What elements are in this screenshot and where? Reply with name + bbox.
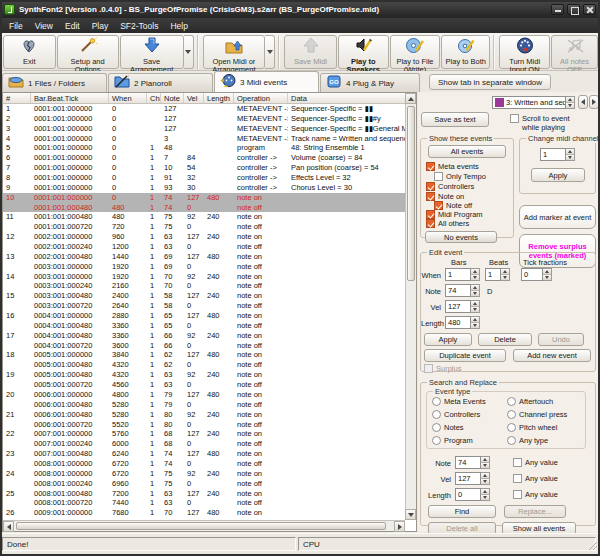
table-row[interactable]: 0002:001:00024012001630note off (3, 242, 405, 252)
track-next-icon[interactable] (589, 95, 599, 109)
col-bar-beat-tick[interactable]: Bar.Beat.Tick (31, 93, 109, 103)
table-row[interactable]: 0001:001:0007207201750note off (3, 222, 405, 232)
table-row[interactable]: 200006:001:0000004800179127480note on (3, 390, 405, 400)
track-prev-icon[interactable] (578, 95, 588, 109)
horizontal-scrollbar[interactable] (3, 520, 405, 531)
table-row[interactable]: 210006:001:000480528018092240note on (3, 410, 405, 420)
turn-midi-input-button[interactable]: Turn Midi Input ON (499, 35, 550, 69)
table-row[interactable]: 50001:001:0000000148program48: String En… (3, 143, 405, 153)
save-as-text-button[interactable]: Save as text (421, 112, 489, 127)
col-vel[interactable]: Vel (184, 93, 204, 103)
table-row[interactable]: 140003:001:000000192017092240note on (3, 272, 405, 282)
play-to-speakers-button[interactable]: Play to Speakers (338, 35, 389, 69)
radio-any-type[interactable]: Any type (507, 436, 548, 445)
save-arrangement-dropdown[interactable] (184, 35, 194, 69)
scroll-to-event-checkbox[interactable]: Scroll to event while playing (510, 114, 586, 132)
edit-apply-button[interactable]: Apply (424, 333, 472, 346)
radio-notes[interactable]: Notes (432, 423, 464, 432)
length-stepper[interactable]: 480 (445, 316, 480, 329)
exit-button[interactable]: Exit (3, 35, 56, 69)
table-row[interactable]: 60001:001:00000001784controller ->Volume… (3, 153, 405, 163)
table-row[interactable]: 150003:001:0004802400158127240note on (3, 291, 405, 301)
table-row[interactable]: 250008:001:0004807200163127240note on (3, 489, 405, 499)
tab-pianoroll[interactable]: 2 Pianoroll (108, 73, 213, 92)
table-row[interactable]: 0004:001:00072036001660note off (3, 341, 405, 351)
menu-help[interactable]: Help (165, 20, 192, 32)
only-tempo-checkbox[interactable]: Only Tempo (434, 172, 486, 181)
table-row[interactable]: 100001:001:0000000174127480note on (3, 193, 405, 203)
note-stepper[interactable]: 74 (445, 284, 480, 297)
tab-plug-play[interactable]: GO 4 Plug & Play (320, 73, 420, 92)
close-icon[interactable] (583, 4, 596, 15)
add-marker-button[interactable]: Add marker at event (519, 205, 596, 229)
when-beats-stepper[interactable]: 1 (485, 268, 510, 281)
menu-edit[interactable]: Edit (60, 20, 85, 32)
radio-aftertouch[interactable]: Aftertouch (507, 397, 553, 406)
table-row[interactable]: 10001:001:0000000127METAEVENT ->Sequence… (3, 104, 405, 114)
table-row[interactable]: 30001:001:0000000127METAEVENT ->Sequence… (3, 124, 405, 134)
open-midi-button[interactable]: Open Midi or Arrangement (203, 35, 265, 69)
channel-stepper[interactable]: 1 (540, 148, 575, 161)
add-new-event-button[interactable]: Add new event (513, 349, 591, 362)
note-on-checkbox[interactable]: Note on (426, 192, 464, 201)
scroll-right-icon[interactable] (394, 521, 405, 532)
play-to-file-button[interactable]: Play to File (Write) (390, 35, 441, 69)
track-spinner[interactable] (566, 96, 575, 109)
show-separate-window-button[interactable]: Show tab in separate window (429, 74, 551, 90)
table-row[interactable]: 20001:001:0000000127METAEVENT ->Sequence… (3, 114, 405, 124)
minimize-icon[interactable] (551, 4, 564, 15)
meta-events-checkbox[interactable]: Meta events (426, 162, 479, 171)
save-arrangement-button[interactable]: Save Arrangement (120, 35, 184, 69)
col-operation[interactable]: Operation (234, 93, 288, 103)
col-chnl[interactable]: Chnl (147, 93, 161, 103)
table-row[interactable]: 130002:001:0004801440169127480note on (3, 252, 405, 262)
table-row[interactable]: 0003:001:00072026401580note off (3, 301, 405, 311)
note-off-checkbox[interactable]: Note off (434, 201, 472, 210)
search-length-stepper[interactable]: 0 (455, 488, 490, 501)
scroll-left-icon[interactable] (3, 521, 14, 532)
table-row[interactable]: 0008:001:00024069601750note off (3, 479, 405, 489)
table-row[interactable]: 0006:001:00048052801790note off (3, 400, 405, 410)
radio-meta-events[interactable]: Meta Events (432, 397, 486, 406)
table-row[interactable]: 0006:001:00072055201800note off (3, 420, 405, 430)
table-row[interactable]: 120002:001:000000960163127240note on (3, 232, 405, 242)
play-to-both-button[interactable]: Play to Both (441, 35, 490, 69)
radio-channel-press[interactable]: Channel press (507, 410, 567, 419)
note-any-value-checkbox[interactable]: Any value (513, 458, 558, 467)
table-row[interactable]: 80001:001:000000019132controller ->Effec… (3, 173, 405, 183)
table-row[interactable]: 0003:001:00000019201690note off (3, 262, 405, 272)
table-row[interactable]: 70001:001:000000011054controller ->Pan p… (3, 163, 405, 173)
scroll-up-icon[interactable] (405, 93, 416, 104)
when-bars-stepper[interactable]: 1 (445, 268, 480, 281)
menu-play[interactable]: Play (87, 20, 114, 32)
duplicate-event-button[interactable]: Duplicate event (424, 349, 506, 362)
table-row[interactable]: 0001:001:0004804801740note off (3, 203, 405, 213)
table-row[interactable]: 110001:001:00048048017592240note on (3, 212, 405, 222)
table-row[interactable]: 230007:001:0004806240174127480note on (3, 449, 405, 459)
vel-stepper[interactable]: 127 (445, 300, 480, 313)
table-row[interactable]: 0008:001:00072074401630note off (3, 498, 405, 508)
table-row[interactable]: 40001:001:00000003METAEVENT ->Track name… (3, 134, 405, 144)
search-note-stepper[interactable]: 74 (455, 456, 490, 469)
table-row[interactable]: 0008:001:00000067201740note off (3, 459, 405, 469)
all-events-button[interactable]: All events (428, 145, 506, 158)
radio-controllers[interactable]: Controllers (432, 410, 480, 419)
all-others-checkbox[interactable]: All others (426, 219, 469, 228)
menu-sf2-tools[interactable]: SF2-Tools (115, 20, 163, 32)
table-row[interactable]: 0005:001:00048043201620note off (3, 360, 405, 370)
col-length[interactable]: Length (204, 93, 234, 103)
table-row[interactable]: 0007:001:00024060001680note off (3, 439, 405, 449)
table-row[interactable]: 220007:001:0000005760168127240note on (3, 429, 405, 439)
search-vel-stepper[interactable]: 127 (455, 472, 490, 485)
table-row[interactable]: 0005:001:00072045601630note off (3, 380, 405, 390)
table-row[interactable]: 260009:001:0000007680170127480note on (3, 508, 405, 518)
channel-apply-button[interactable]: Apply (531, 168, 585, 182)
vel-any-value-checkbox[interactable]: Any value (513, 474, 558, 483)
table-row[interactable]: 0003:001:00024021601700note off (3, 281, 405, 291)
col-data[interactable]: Data (288, 93, 405, 103)
setup-options-button[interactable]: Setup and Options (57, 35, 119, 69)
radio-program[interactable]: Program (432, 436, 473, 445)
find-button[interactable]: Find (428, 505, 496, 518)
when-ticks-stepper[interactable]: 0 (521, 268, 552, 281)
col-note[interactable]: Note (161, 93, 184, 103)
